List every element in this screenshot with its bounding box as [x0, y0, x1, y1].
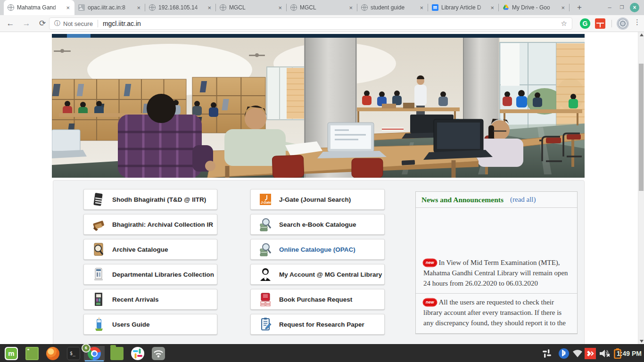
- tab-ip-address[interactable]: 192.168.105.14×: [145, 0, 216, 15]
- file-manager-launcher[interactable]: [107, 346, 127, 361]
- tab-library-article[interactable]: Library Article D×: [428, 0, 499, 15]
- wifi-tray-icon[interactable]: [572, 348, 583, 359]
- tab-opac[interactable]: opac.iitr.ac.in:8×: [74, 0, 145, 15]
- news-item: newIn View of Mid Term Examination (MTE)…: [416, 208, 577, 294]
- globe-favicon-icon: [361, 4, 368, 11]
- link-bhagirathi-archival[interactable]: Bhagirathi: Archival Collection IR: [83, 214, 217, 235]
- link-shodh-bhagirathi[interactable]: Shodh Bhagirathi (T&D @ IITR): [83, 189, 217, 210]
- toolbar-divider: [611, 20, 612, 27]
- browser-toolbar: ← → ⟳ ⓘ Not secure mgcl.iitr.ac.in ☆ G ⋮: [0, 15, 644, 32]
- close-tab-icon[interactable]: ×: [489, 4, 495, 12]
- page-scrollbar[interactable]: [638, 32, 644, 344]
- link-jgate[interactable]: J-Gate J-Gate (Journal Search): [250, 189, 385, 210]
- tab-mgcl-2[interactable]: MGCL×: [287, 0, 357, 15]
- globe-favicon-icon: [8, 4, 14, 11]
- close-tab-icon[interactable]: ×: [65, 4, 71, 12]
- network-tool-launcher[interactable]: [148, 346, 169, 361]
- wifi-app-icon: [152, 347, 165, 360]
- firefox-icon: [46, 347, 59, 360]
- clock[interactable]: 1:49 PM: [617, 345, 642, 362]
- url-text[interactable]: mgcl.iitr.ac.in: [103, 20, 561, 27]
- back-icon[interactable]: ←: [5, 18, 16, 29]
- slack-tray-icon[interactable]: [541, 348, 553, 359]
- firefox-launcher[interactable]: [42, 346, 63, 361]
- new-tab-button[interactable]: +: [573, 2, 586, 13]
- link-research-paper-request[interactable]: Request for Research Paper: [250, 314, 385, 335]
- info-icon[interactable]: ⓘ: [54, 19, 60, 28]
- browser-menu-icon[interactable]: ⋮: [634, 18, 641, 26]
- clipboard-pencil-icon: [259, 317, 272, 331]
- thesis-book-icon: [92, 192, 105, 206]
- page-viewport: Shodh Bhagirathi (T&D @ IITR) Bhagirathi…: [0, 32, 638, 344]
- google-docs-favicon-icon: [432, 4, 438, 11]
- new-badge: new: [423, 259, 437, 266]
- link-ebook-catalogue[interactable]: Search e-Book Catalogue: [250, 214, 385, 235]
- person-account-icon: [259, 267, 272, 281]
- terminal-launcher[interactable]: $_: [63, 346, 84, 361]
- read-all-link[interactable]: (read all): [510, 196, 536, 204]
- jgate-icon: J-Gate: [259, 192, 272, 206]
- tab-mgcl-1[interactable]: MGCL×: [216, 0, 287, 15]
- restore-window-icon[interactable]: ❐: [617, 3, 627, 12]
- volume-muted-icon[interactable]: [599, 348, 611, 359]
- reload-icon[interactable]: ⟳: [37, 18, 48, 29]
- profile-avatar[interactable]: [617, 17, 629, 30]
- link-departmental-libraries[interactable]: Departmental Libraries Collection: [83, 264, 217, 285]
- close-tab-icon[interactable]: ×: [277, 4, 283, 12]
- scroll-up-icon[interactable]: [640, 33, 644, 36]
- link-archive-catalogue[interactable]: Archive Catalogue: [83, 239, 217, 260]
- close-tab-icon[interactable]: ×: [419, 4, 424, 12]
- nav-active-item[interactable]: [67, 34, 91, 38]
- terminal-icon: $_: [67, 347, 80, 360]
- forward-icon[interactable]: →: [21, 18, 32, 29]
- bookmark-star-icon[interactable]: ☆: [561, 19, 567, 28]
- security-label: Not secure: [63, 20, 93, 27]
- close-tab-icon[interactable]: ×: [206, 4, 212, 12]
- link-users-guide[interactable]: Users Guide: [83, 314, 217, 335]
- slack-icon: [131, 347, 144, 360]
- link-recent-arrivals[interactable]: Recent Arrivals: [83, 289, 217, 310]
- books-magnifier-icon: [259, 242, 272, 256]
- close-tab-icon[interactable]: ×: [560, 4, 566, 12]
- image-favicon-icon: [78, 4, 85, 11]
- taskbar: $_ 6: [0, 344, 644, 362]
- slack-launcher[interactable]: [127, 346, 148, 361]
- window-count-badge: 6: [82, 344, 91, 353]
- close-window-icon[interactable]: ×: [630, 3, 639, 12]
- scroll-down-icon[interactable]: [640, 340, 644, 343]
- minimize-window-icon[interactable]: –: [604, 3, 615, 12]
- grammarly-extension-icon[interactable]: G: [580, 18, 590, 29]
- archive-ribbon-icon: [92, 217, 105, 231]
- globe-favicon-icon: [290, 4, 297, 11]
- guide-standee-icon: [92, 317, 105, 331]
- link-opac[interactable]: Online Catalogue (OPAC): [250, 239, 385, 260]
- tab-student-guide[interactable]: student guide×: [357, 0, 428, 15]
- chrome-window-button[interactable]: 6: [84, 346, 105, 361]
- link-my-account[interactable]: My Account @ MG Central Library: [250, 264, 385, 285]
- mint-menu-button[interactable]: [1, 346, 22, 361]
- globe-favicon-icon: [149, 4, 156, 11]
- show-desktop-button[interactable]: [22, 346, 42, 361]
- red-book-form-icon: [259, 292, 272, 306]
- address-bar[interactable]: ⓘ Not secure mgcl.iitr.ac.in ☆: [49, 17, 572, 30]
- anydesk-tray-icon[interactable]: [585, 348, 596, 359]
- close-tab-icon[interactable]: ×: [348, 4, 354, 12]
- browser-tab-bar: Mahatma Gand× opac.iitr.ac.in:8× 192.168…: [0, 0, 644, 15]
- bookshelf-icon: [92, 292, 105, 306]
- tab-mahatma-gandhi[interactable]: Mahatma Gand×: [4, 0, 74, 15]
- quick-links-section: Shodh Bhagirathi (T&D @ IITR) Bhagirathi…: [53, 180, 585, 344]
- close-tab-icon[interactable]: ×: [136, 4, 141, 12]
- screen: Mahatma Gand× opac.iitr.ac.in:8× 192.168…: [0, 0, 644, 362]
- tab-my-drive[interactable]: My Drive - Goo×: [499, 0, 570, 15]
- bluetooth-tray-icon[interactable]: [558, 348, 570, 359]
- link-book-purchase[interactable]: Book Purchase Request: [250, 289, 385, 310]
- site-nav-strip: [52, 34, 585, 38]
- extension-icon[interactable]: [595, 18, 605, 29]
- kiosk-icon: [92, 267, 105, 281]
- card-magnifier-icon: [92, 242, 105, 256]
- library-photo: [52, 38, 585, 178]
- news-text: In View of Mid Term Examination (MTE), M…: [423, 259, 568, 287]
- news-header: News and Announcements (read all): [416, 192, 577, 208]
- scrollbar-thumb[interactable]: [639, 64, 644, 191]
- news-title: News and Announcements: [421, 196, 504, 204]
